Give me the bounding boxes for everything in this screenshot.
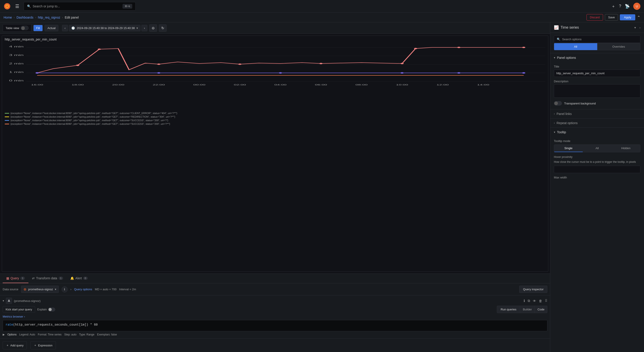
logo[interactable]: [4, 3, 11, 10]
svg-text:1 min: 1 min: [9, 71, 24, 73]
time-next-button[interactable]: ›: [141, 25, 147, 31]
datasource-name: prometheus-signoz: [28, 288, 53, 291]
query-source: (prometheus-signoz): [14, 299, 40, 302]
search-options-input[interactable]: 🔍 Search options: [554, 36, 640, 43]
discard-button[interactable]: Discard: [586, 14, 603, 20]
hover-proximity-input[interactable]: [554, 166, 640, 173]
options-label[interactable]: Options: [8, 333, 16, 336]
hamburger-menu[interactable]: ☰: [14, 3, 21, 10]
svg-point-37: [279, 72, 282, 74]
query-delete-icon[interactable]: 🗑: [539, 299, 542, 303]
query-copy-icon[interactable]: ⧉: [528, 299, 530, 303]
breadcrumb-dashboards[interactable]: Dashboards: [16, 16, 34, 19]
tooltip-hidden-btn[interactable]: Hidden: [612, 145, 640, 152]
query-inspector-button[interactable]: Query inspector: [519, 286, 547, 293]
expression-button[interactable]: ＋ Expression: [30, 341, 56, 349]
info-button[interactable]: ℹ: [62, 286, 68, 292]
query-info-icon[interactable]: ℹ: [524, 299, 525, 303]
notifications-icon[interactable]: 📡: [625, 4, 630, 9]
title-input[interactable]: [554, 70, 640, 77]
collapse-button[interactable]: ⌃: [637, 15, 640, 20]
builder-button[interactable]: Builder: [520, 306, 534, 313]
transparent-bg-toggle[interactable]: [554, 101, 562, 106]
query-eye-icon[interactable]: 👁: [533, 299, 536, 303]
query-options-row: ▶ Options Legend: Auto Format: Time seri…: [3, 331, 547, 336]
svg-text:2 min: 2 min: [9, 62, 24, 65]
time-range-selector[interactable]: 🕐 2024-09-28 15:40:38 to 2024-09-29 15:4…: [69, 25, 141, 31]
search-placeholder: Search or jump to...: [33, 4, 60, 8]
tab-overrides[interactable]: Overrides: [597, 43, 640, 50]
add-query-button[interactable]: ＋ Add query: [3, 341, 27, 349]
add-query-label: Add query: [10, 344, 24, 347]
query-input[interactable]: rate(http_server_requests_seconds_count[…: [3, 320, 547, 331]
tab-query[interactable]: ▦ Query 1: [3, 274, 28, 283]
tab-query-label: Query: [10, 276, 19, 280]
tooltip-mode-row: Single All Hidden: [554, 144, 640, 152]
actual-button[interactable]: Actual: [44, 25, 58, 31]
save-button[interactable]: Save: [605, 14, 618, 20]
top-bar: ☰ 🔍 Search or jump to... ⌘+k ＋ ? 📡 U: [0, 0, 644, 12]
type-expand: ›: [640, 26, 640, 29]
apply-button[interactable]: Apply: [620, 14, 635, 20]
repeat-options-header[interactable]: › Repeat options: [550, 118, 644, 128]
search-shortcut: ⌘+k: [122, 4, 132, 8]
max-width-label: Max width: [554, 176, 640, 179]
tab-all[interactable]: All: [554, 43, 597, 50]
tab-transform[interactable]: ⇄ Transform data 1: [28, 274, 67, 283]
breadcrumb-dashboard-name[interactable]: http_req_signoz: [38, 16, 60, 19]
explain-label: Explain: [37, 308, 47, 311]
collapse-query-button[interactable]: ▾: [3, 299, 4, 302]
user-avatar[interactable]: U: [633, 3, 640, 10]
tooltip-arrow: ▾: [554, 130, 555, 134]
breadcrumb-bar: Home › Dashboards › http_req_signoz › Ed…: [0, 12, 644, 22]
breadcrumb-home[interactable]: Home: [4, 16, 12, 19]
help-icon[interactable]: ?: [619, 4, 621, 8]
metrics-browser-link[interactable]: Metrics browser ›: [3, 315, 25, 318]
options-expand-icon[interactable]: ▶: [3, 333, 5, 336]
svg-text:16:00: 16:00: [31, 84, 43, 86]
left-panel: Table view Fill Actual ‹ 🕐 2024-09-28 15…: [0, 22, 550, 352]
add-icon[interactable]: ＋: [611, 4, 615, 9]
panel-links-header[interactable]: › Panel links: [550, 109, 644, 118]
global-search[interactable]: 🔍 Search or jump to... ⌘+k: [24, 2, 136, 10]
code-button[interactable]: Code: [535, 306, 547, 313]
panel-options-section: ▾ Panel options Title Description Transp…: [550, 53, 644, 109]
kickstart-button[interactable]: Kick start your query: [3, 306, 35, 313]
tooltip-header[interactable]: ▾ Tooltip: [550, 128, 644, 137]
search-options-icon: 🔍: [557, 38, 560, 41]
grid-icon: ▦: [6, 276, 9, 280]
table-view-switch[interactable]: [20, 26, 29, 30]
query-options-btn[interactable]: Query options: [74, 288, 92, 291]
svg-text:00:00: 00:00: [193, 84, 205, 86]
refresh-button[interactable]: ↻: [159, 24, 167, 32]
right-panel: 📈 Time series ▾ › 🔍 Search options All O…: [550, 22, 644, 352]
legend-item-2: {exception="None", instance="host.docker…: [5, 116, 545, 118]
breadcrumb-current: Edit panel: [65, 16, 79, 19]
table-view-toggle[interactable]: Table view: [3, 24, 32, 32]
prometheus-icon: ⊕: [24, 287, 26, 292]
datasource-select[interactable]: ⊕ prometheus-signoz ▾: [21, 286, 59, 293]
tab-alert[interactable]: 🔔 Alert 0: [67, 274, 91, 283]
bell-icon: 🔔: [70, 276, 74, 280]
time-prev-button[interactable]: ‹: [62, 25, 68, 31]
legend-item-4: {exception="None", instance="host.docker…: [5, 122, 545, 125]
metrics-browser-arrow: ›: [24, 315, 25, 318]
svg-point-35: [36, 72, 39, 74]
tooltip-all-btn[interactable]: All: [583, 145, 611, 152]
svg-point-30: [320, 63, 323, 64]
query-drag-icon[interactable]: ⠿: [545, 299, 547, 303]
zoom-out-button[interactable]: ⊖: [149, 24, 157, 32]
fill-button[interactable]: Fill: [33, 25, 43, 31]
run-queries-button[interactable]: Run queries: [497, 306, 520, 313]
panel-options-header[interactable]: ▾ Panel options: [550, 53, 644, 62]
query-run-buttons: Run queries Builder Code: [497, 306, 547, 313]
description-textarea[interactable]: [554, 84, 640, 98]
legend-color-3: [5, 120, 9, 121]
chart-legend: {exception="None", instance="host.docker…: [2, 110, 548, 128]
tooltip-section: ▾ Tooltip Tooltip mode Single All Hidden…: [550, 128, 644, 183]
svg-text:04:00: 04:00: [274, 84, 286, 86]
time-range-value: 2024-09-28 15:40:38 to 2024-09-29 15:40:…: [77, 26, 135, 30]
svg-point-27: [98, 48, 101, 50]
tooltip-single-btn[interactable]: Single: [554, 145, 583, 152]
explain-switch[interactable]: [48, 308, 55, 312]
